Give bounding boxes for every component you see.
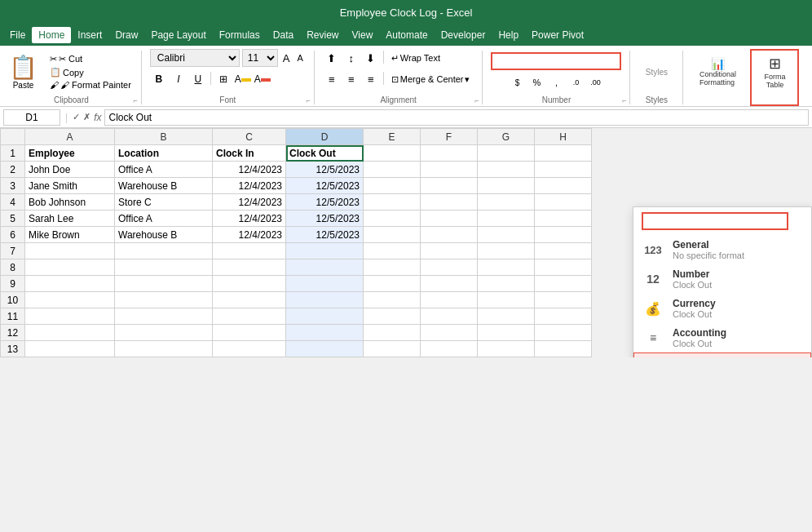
formula-check-icon[interactable]: ✓ <box>73 112 80 122</box>
column-header-D[interactable]: D <box>286 129 364 145</box>
cell[interactable] <box>478 178 535 194</box>
cell[interactable] <box>421 227 478 243</box>
font-size-select[interactable]: 11 <box>242 49 278 67</box>
cell[interactable] <box>286 243 364 259</box>
cell[interactable]: 12/5/2023 <box>286 162 364 178</box>
cell[interactable] <box>421 292 478 308</box>
cell[interactable]: 12/4/2023 <box>213 227 286 243</box>
decrease-decimal-btn[interactable]: .0 <box>567 73 585 91</box>
cell[interactable] <box>364 227 421 243</box>
cell[interactable] <box>535 211 592 227</box>
column-header-A[interactable]: A <box>25 129 115 145</box>
row-header-10[interactable]: 10 <box>1 292 25 308</box>
menu-item-insert[interactable]: Insert <box>71 27 108 43</box>
number-expand-icon[interactable]: ⌐ <box>622 96 626 104</box>
column-header-H[interactable]: H <box>535 129 592 145</box>
comma-btn[interactable]: , <box>547 73 565 91</box>
cell[interactable] <box>535 308 592 325</box>
cell[interactable]: 12/4/2023 <box>213 211 286 227</box>
dropdown-item-general[interactable]: 123GeneralNo specific format <box>633 235 811 264</box>
row-header-9[interactable]: 9 <box>1 276 25 292</box>
format-as-table-button[interactable]: ⊞ FormaTable <box>760 52 789 91</box>
cell[interactable] <box>213 259 286 276</box>
column-header-G[interactable]: G <box>478 129 535 145</box>
cell[interactable] <box>286 259 364 276</box>
paste-button[interactable]: 📋 Paste <box>3 50 43 94</box>
cell[interactable]: Employee <box>25 145 115 162</box>
cell[interactable] <box>213 325 286 341</box>
cell[interactable]: Location <box>115 145 213 162</box>
cell[interactable] <box>421 308 478 325</box>
column-header-C[interactable]: C <box>213 129 286 145</box>
cell[interactable] <box>25 341 115 357</box>
number-format-search-input[interactable] <box>491 52 621 70</box>
cell[interactable]: Jane Smith <box>25 178 115 194</box>
cell[interactable]: Sarah Lee <box>25 211 115 227</box>
cell[interactable] <box>478 162 535 178</box>
copy-button[interactable]: 📋 Copy <box>46 66 135 78</box>
cell[interactable] <box>535 276 592 292</box>
decrease-font-size-button[interactable]: A <box>294 51 305 64</box>
cell[interactable] <box>535 145 592 162</box>
cell[interactable] <box>421 325 478 341</box>
cell[interactable] <box>115 325 213 341</box>
cell[interactable] <box>478 341 535 357</box>
cell[interactable] <box>286 341 364 357</box>
menu-item-formulas[interactable]: Formulas <box>213 27 267 43</box>
row-header-12[interactable]: 12 <box>1 325 25 341</box>
align-top-button[interactable]: ⬆ <box>323 49 341 67</box>
cell[interactable] <box>421 145 478 162</box>
cell[interactable] <box>115 341 213 357</box>
cell[interactable]: Mike Brown <box>25 227 115 243</box>
cell[interactable] <box>478 292 535 308</box>
cell[interactable] <box>25 292 115 308</box>
font-expand-icon[interactable]: ⌐ <box>307 96 311 104</box>
cell[interactable] <box>286 308 364 325</box>
cell[interactable] <box>115 292 213 308</box>
borders-button[interactable]: ⊞ <box>214 70 232 88</box>
cell[interactable] <box>478 259 535 276</box>
font-family-select[interactable]: Calibri <box>150 49 240 67</box>
cell[interactable] <box>115 259 213 276</box>
cell[interactable] <box>25 325 115 341</box>
cell[interactable] <box>535 243 592 259</box>
cell[interactable] <box>25 259 115 276</box>
cell[interactable] <box>478 243 535 259</box>
row-header-3[interactable]: 3 <box>1 178 25 194</box>
row-header-6[interactable]: 6 <box>1 227 25 243</box>
cell[interactable] <box>115 308 213 325</box>
menu-item-power-pivot[interactable]: Power Pivot <box>525 27 590 43</box>
cell[interactable]: Store C <box>115 194 213 211</box>
dropdown-item-currency[interactable]: 💰CurrencyClock Out <box>633 294 811 323</box>
column-header-F[interactable]: F <box>421 129 478 145</box>
merge-center-button[interactable]: ⊡ Merge & Center ▾ <box>387 73 474 86</box>
row-header-13[interactable]: 13 <box>1 341 25 357</box>
menu-item-view[interactable]: View <box>346 27 380 43</box>
cell[interactable] <box>478 325 535 341</box>
cell[interactable] <box>421 162 478 178</box>
menu-item-file[interactable]: File <box>3 27 32 43</box>
cell[interactable] <box>535 227 592 243</box>
column-header-B[interactable]: B <box>115 129 213 145</box>
dropdown-item-shortdate[interactable]: 📅Short DateClock Out <box>633 352 811 357</box>
cell[interactable] <box>421 194 478 211</box>
increase-decimal-btn[interactable]: .00 <box>586 73 604 91</box>
cell[interactable]: Warehouse B <box>115 227 213 243</box>
align-right-button[interactable]: ≡ <box>362 70 380 88</box>
cell[interactable] <box>421 243 478 259</box>
cell[interactable] <box>478 194 535 211</box>
cell[interactable]: 12/4/2023 <box>213 162 286 178</box>
cell[interactable] <box>115 243 213 259</box>
cell[interactable] <box>213 308 286 325</box>
cell[interactable] <box>115 276 213 292</box>
cell[interactable]: Office A <box>115 162 213 178</box>
cell[interactable] <box>421 178 478 194</box>
cell[interactable] <box>286 325 364 341</box>
cut-button[interactable]: ✂ ✂ Cut <box>46 53 135 65</box>
cell[interactable] <box>421 341 478 357</box>
cell[interactable] <box>478 145 535 162</box>
cell[interactable] <box>535 162 592 178</box>
bold-button[interactable]: B <box>150 70 168 88</box>
menu-item-developer[interactable]: Developer <box>435 27 492 43</box>
row-header-8[interactable]: 8 <box>1 259 25 276</box>
